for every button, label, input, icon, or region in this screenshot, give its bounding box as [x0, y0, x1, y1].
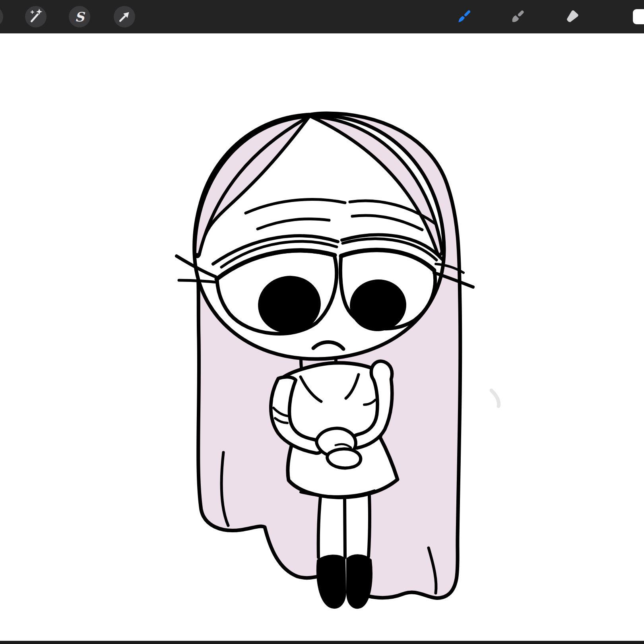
layers-button[interactable]	[633, 9, 644, 24]
selection-button[interactable]: S	[69, 6, 90, 27]
bottom-edge-bar	[0, 641, 644, 644]
selection-s-icon: S	[69, 6, 90, 27]
paint-tool-button[interactable]	[453, 6, 475, 27]
hand	[327, 449, 361, 468]
transform-button[interactable]	[114, 6, 135, 27]
selection-glyph: S	[75, 9, 85, 25]
shoes	[318, 555, 371, 607]
paintbrush-icon	[453, 6, 475, 27]
gallery-partial-button[interactable]	[0, 6, 3, 27]
canvas-area	[0, 33, 644, 641]
body	[271, 359, 398, 497]
smudge-tool-button[interactable]	[507, 6, 528, 27]
transform-arrow-icon	[114, 6, 135, 27]
eraser-icon	[561, 6, 583, 27]
smudge-mark	[491, 390, 499, 406]
canvas-drawing[interactable]	[0, 33, 644, 641]
erase-tool-button[interactable]	[561, 6, 583, 27]
smudge-icon	[507, 6, 528, 27]
adjustments-button[interactable]	[25, 6, 47, 27]
magic-wand-icon	[25, 6, 47, 27]
top-toolbar: S	[0, 0, 644, 33]
